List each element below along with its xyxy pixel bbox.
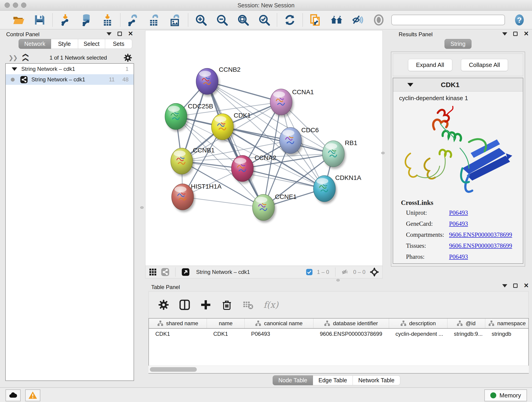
export-network-button[interactable] [127, 13, 140, 27]
panel-dropdown-icon[interactable] [107, 32, 112, 36]
eye-icon[interactable] [372, 13, 385, 27]
column-header-shared-name[interactable]: shared name [149, 319, 207, 328]
refresh-button[interactable] [283, 13, 297, 27]
node-RB1[interactable]: RB1 [322, 139, 357, 169]
cell[interactable]: P06493 [245, 331, 313, 337]
crosslinks-section: CrossLinks Uniprot: P06493 GeneCard: P06… [393, 199, 523, 260]
splitter-handle[interactable] [336, 279, 340, 281]
panel-close-icon[interactable]: ✕ [524, 283, 529, 288]
expand-all-button[interactable]: Expand All [408, 59, 452, 71]
scrollbar-thumb[interactable] [150, 367, 197, 372]
search-input[interactable] [391, 15, 505, 25]
export-table-button[interactable] [147, 13, 161, 27]
panel-float-icon[interactable] [118, 32, 122, 36]
columns-icon[interactable] [179, 299, 190, 310]
crosslink-link[interactable]: 9606.ENSP00000378699 [449, 231, 512, 238]
import-network-button[interactable] [59, 13, 72, 27]
collapse-all-icon[interactable]: ❯❯ [8, 54, 17, 61]
cell[interactable]: stringdb [485, 331, 529, 337]
network-row-selected[interactable]: String Network – cdk1 11 48 [6, 74, 133, 85]
zoom-in-button[interactable] [194, 13, 208, 27]
help-button[interactable]: ? [515, 14, 524, 26]
node-CDK1[interactable]: CDK1 [211, 112, 251, 142]
hidden-eye-icon[interactable] [341, 268, 349, 276]
export-image-button[interactable] [169, 13, 182, 27]
column-header-database-identifier[interactable]: database identifier [313, 319, 389, 328]
caret-down-icon[interactable] [12, 67, 17, 71]
panel-close-icon[interactable]: ✕ [524, 32, 529, 36]
node-CDKN1A[interactable]: CDKN1A [313, 174, 361, 204]
duplicate-network-button[interactable] [309, 13, 322, 27]
tab-string[interactable]: String [444, 39, 472, 49]
cell[interactable]: CDK1 [149, 331, 207, 337]
zoom-out-button[interactable] [215, 13, 229, 27]
network-tree: String Network – cdk1 1 String Network –… [5, 63, 134, 381]
gear-icon[interactable] [158, 299, 169, 310]
tab-select[interactable]: Select [78, 39, 105, 49]
table-hscrollbar[interactable] [148, 366, 529, 373]
crosslink-link[interactable]: P06493 [449, 253, 468, 260]
column-header-namespace[interactable]: namespace [485, 319, 529, 328]
zoom-fit-button[interactable] [236, 13, 250, 27]
panel-float-icon[interactable] [513, 283, 518, 288]
import-database-button[interactable] [80, 13, 93, 27]
column-header-name[interactable]: name [207, 319, 245, 328]
trash-icon[interactable] [221, 299, 232, 310]
collapse-all-button[interactable]: Collapse All [461, 59, 508, 71]
node-details-header[interactable]: CDK1 [393, 78, 523, 91]
column-header-@id[interactable]: @id [447, 319, 485, 328]
import-table-button[interactable] [101, 13, 114, 27]
table-row[interactable]: CDK1CDK1P064939606.ENSP00000378699cyclin… [149, 329, 528, 339]
panel-dropdown-icon[interactable] [502, 32, 507, 36]
node-table[interactable]: shared name name canonical name database… [148, 318, 529, 374]
birdseye-crosshair-icon[interactable] [370, 267, 379, 277]
cell[interactable]: 9606.ENSP00000378699 [313, 331, 389, 337]
houses-icon[interactable] [330, 13, 343, 27]
node-CDC6[interactable]: CDC6 [279, 127, 319, 156]
external-link-icon[interactable] [181, 268, 190, 276]
tab-edge-table[interactable]: Edge Table [313, 375, 353, 385]
tab-style[interactable]: Style [51, 39, 78, 49]
node-HIST1H1A[interactable]: HIST1H1A [172, 183, 222, 212]
column-header-canonical-name[interactable]: canonical name [245, 319, 313, 328]
node-label-CCNA1: CCNA1 [292, 89, 314, 96]
open-session-button[interactable] [12, 13, 25, 27]
add-icon[interactable] [200, 299, 211, 310]
panel-dropdown-icon[interactable] [502, 284, 507, 287]
save-session-button[interactable] [33, 13, 46, 27]
tab-node-table[interactable]: Node Table [273, 375, 313, 385]
main-toolbar: ? [0, 11, 532, 29]
cell[interactable]: cyclin-dependent ... [389, 331, 447, 337]
string-badge-icon[interactable] [161, 268, 169, 276]
memory-button[interactable]: Memory [484, 389, 527, 401]
node-label-CDC25B: CDC25B [188, 103, 213, 110]
crosslink-link[interactable]: 9606.ENSP00000378699 [449, 242, 512, 249]
crosslink-link[interactable]: P06493 [449, 209, 468, 216]
tab-sets[interactable]: Sets [105, 39, 132, 49]
gear-icon[interactable] [123, 53, 132, 62]
node-CDC25B[interactable]: CDC25B [165, 103, 213, 132]
selected-checkbox-icon[interactable] [306, 269, 313, 275]
hide-unhide-button[interactable] [351, 13, 364, 27]
grid-icon[interactable] [149, 268, 157, 276]
tab-network-table[interactable]: Network Table [353, 375, 400, 385]
network-collection-row[interactable]: String Network – cdk1 1 [6, 64, 133, 74]
expand-all-icon[interactable]: ❯❯ [22, 53, 29, 62]
node-CCNE1[interactable]: CCNE1 [253, 193, 297, 223]
column-header-description[interactable]: description [389, 319, 447, 328]
panel-close-icon[interactable]: ✕ [128, 32, 133, 36]
crosslink-link[interactable]: P06493 [449, 220, 468, 227]
tab-network[interactable]: Network [19, 39, 51, 49]
network-view[interactable]: CCNB2 CCNA1 CDC25B [145, 30, 383, 279]
cloud-button[interactable] [6, 389, 21, 401]
cell[interactable]: CDK1 [207, 331, 245, 337]
caret-down-icon[interactable] [407, 83, 413, 87]
zoom-selected-button[interactable] [258, 13, 271, 27]
warning-button[interactable] [25, 389, 40, 401]
cell[interactable]: stringdb:9... [447, 331, 485, 337]
splitter-handle[interactable] [140, 206, 144, 209]
network-canvas[interactable]: CCNB2 CCNA1 CDC25B [146, 31, 382, 266]
panel-float-icon[interactable] [513, 32, 518, 36]
zoom-selected-icon [258, 14, 270, 26]
tree-icon [457, 320, 463, 326]
